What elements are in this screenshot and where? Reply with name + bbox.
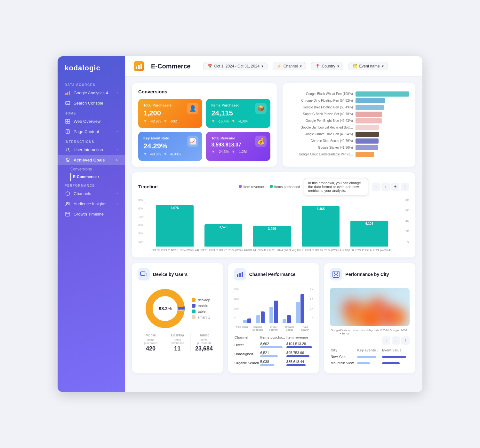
- city-table: City Key events ↓ Event value New York M…: [330, 347, 410, 366]
- svg-rect-0: [65, 93, 67, 95]
- sort-asc-button[interactable]: ↑: [372, 183, 380, 191]
- svg-rect-1: [67, 92, 68, 95]
- funnel-bar-wrap: [356, 138, 409, 144]
- legend-smarttv: smart tv: [192, 315, 210, 319]
- content-area: Conversions Total Purchasers 1,200 ▼ -42…: [125, 77, 422, 392]
- sidebar-item-label: Achieved Goals: [74, 158, 105, 162]
- sidebar-item-web-overview[interactable]: Web Overview: [58, 116, 125, 127]
- funnel-bar-wrap: [356, 105, 409, 110]
- chevron-down-icon: ▾: [337, 64, 339, 68]
- svg-rect-25: [140, 272, 145, 275]
- sidebar-item-channels[interactable]: Channels ›: [58, 189, 125, 199]
- city-more[interactable]: ⋮: [401, 336, 410, 345]
- sidebar-subitem-label: Conversions: [70, 167, 92, 171]
- device-icon: [138, 268, 150, 280]
- device-stat-label: Desktop: [167, 333, 187, 337]
- metric-change2: -6.00%: [170, 152, 181, 156]
- channel-name: Direct: [235, 341, 260, 349]
- funnel-bar-wrap: [356, 91, 409, 97]
- bar: 6,465: [302, 206, 340, 247]
- funnel-bar-wrap: [356, 112, 409, 117]
- channel-items: 5,038: [260, 359, 286, 367]
- svg-rect-3: [66, 101, 70, 105]
- channel-table-row: Organic Search 5,038 $85,618.44: [235, 359, 313, 367]
- location-icon: 📍: [315, 64, 320, 68]
- timeline-icon: [65, 211, 70, 217]
- sidebar-item-label: Search Console: [74, 101, 103, 106]
- svg-point-16: [66, 202, 68, 204]
- down-arrow-icon: ▼: [164, 152, 167, 156]
- city-sort-desc[interactable]: ↓: [392, 336, 400, 345]
- channel-x-label: Paid Search: [298, 326, 312, 331]
- settings-button[interactable]: ✦: [391, 183, 399, 191]
- items-bar-mini: [260, 364, 274, 366]
- sidebar-item-user-interaction[interactable]: User Interaction ›: [58, 145, 125, 155]
- section-label-home: Home: [58, 108, 125, 116]
- metric-card-icon: 💰: [255, 136, 267, 147]
- channel-x-label: Organic Social: [283, 326, 296, 331]
- event-value-bar: [382, 362, 400, 364]
- more-options-button[interactable]: ⋮: [401, 183, 409, 191]
- section-label-datasources: Data Sources: [58, 80, 125, 88]
- city-name: Mountain View: [331, 360, 356, 366]
- svg-point-37: [334, 272, 335, 274]
- funnel-bar: [356, 132, 379, 137]
- funnel-bar-wrap: [356, 152, 409, 157]
- device-stat-value: 11: [167, 345, 187, 352]
- device-stat-label: Mobile: [141, 333, 161, 337]
- metric-card-icon: 📈: [187, 136, 198, 147]
- heatmap-blob: [346, 313, 360, 326]
- city-sort-asc[interactable]: ↑: [382, 336, 390, 345]
- metric-card-total-revenue: Total Revenue 3,593,818.37 ▼ -24.3% ▼ -1…: [206, 132, 270, 161]
- sidebar-item-page-content[interactable]: Page Content ›: [58, 127, 125, 137]
- filter-date[interactable]: 📅 Oct 1, 2024 - Oct 31, 2024 ▾: [203, 62, 267, 70]
- timeline-bar-group: 4,108: [346, 221, 393, 247]
- chevron-down-icon: ▾: [261, 64, 263, 68]
- heatmap-blob: [390, 309, 407, 326]
- sidebar-item-audience-insights[interactable]: Audience Insights ›: [58, 199, 125, 209]
- device-stat-sublabel: Items purchased: [167, 338, 187, 345]
- header-logo-icon: [134, 61, 144, 71]
- funnel-bar: [356, 145, 378, 150]
- down-arrow-icon: ▼: [231, 149, 235, 154]
- down-arrow-icon: ▼: [211, 149, 215, 154]
- col-city: City: [331, 347, 356, 353]
- svg-rect-5: [66, 119, 68, 121]
- timeline-tooltip: In this dropdown, you can change the dat…: [304, 178, 368, 195]
- timeline-legend: Item revenue Items purchased: [239, 185, 300, 189]
- revenue-bar-mini: [286, 355, 309, 357]
- filter-event[interactable]: 🗂️ Event name ▾: [348, 62, 388, 70]
- sidebar-subitem-conversions[interactable]: Conversions: [70, 165, 125, 173]
- sidebar-subitem-ecommerce[interactable]: E-Commerce •: [70, 173, 125, 181]
- channel-items: 8,602: [260, 341, 286, 349]
- city-card-title: Performance by City: [345, 272, 389, 277]
- svg-point-41: [335, 274, 337, 275]
- sidebar-item-google-analytics[interactable]: Google Analytics 4 •: [58, 88, 125, 98]
- sidebar-item-label: Audience Insights: [74, 201, 107, 206]
- channel-bar-group: [281, 315, 292, 323]
- x-axis-label: Oct 7, 2024 to Oct 13, 2024 (Week 41): [296, 248, 345, 252]
- sort-desc-button[interactable]: ↓: [381, 183, 390, 191]
- funnel-label: Google Black Wheat Pen (100%): [289, 92, 353, 96]
- channels-icon: [65, 191, 70, 197]
- x-axis-label: Oct 21, 2024 to Oct 27, 2024 (Week 43): [199, 248, 248, 252]
- city-key-events: [357, 360, 381, 366]
- main-content: E-Commerce 📅 Oct 1, 2024 - Oct 31, 2024 …: [125, 56, 422, 392]
- chevron-icon: ›: [117, 192, 118, 195]
- chevron-icon: ›: [117, 148, 118, 152]
- funnel-bar-wrap: [356, 118, 409, 123]
- sidebar-item-search-console[interactable]: Search Console: [58, 98, 125, 108]
- funnel-bar: [356, 138, 379, 144]
- funnel-bars: Google Black Wheat Pen (100%) Chrome Din…: [289, 91, 409, 157]
- items-bar-mini: [260, 355, 278, 357]
- funnel-row: Super G Brick Puzzle Set (49.78%): [289, 112, 409, 117]
- filter-country[interactable]: 📍 Country ▾: [311, 62, 343, 70]
- revenue-bar: [300, 294, 304, 323]
- sidebar-item-achieved-goals[interactable]: Achieved Goals ∧: [58, 155, 125, 165]
- sidebar: kodalogic Data Sources Google Analytics …: [58, 56, 125, 392]
- down-arrow-icon: ▼: [143, 119, 147, 123]
- filter-channel[interactable]: ⚡ Channel ▾: [273, 62, 306, 70]
- sidebar-item-growth-timeline[interactable]: Growth Timeline: [58, 209, 125, 219]
- channel-bars-pair: [256, 311, 265, 323]
- funnel-bar: [356, 118, 382, 123]
